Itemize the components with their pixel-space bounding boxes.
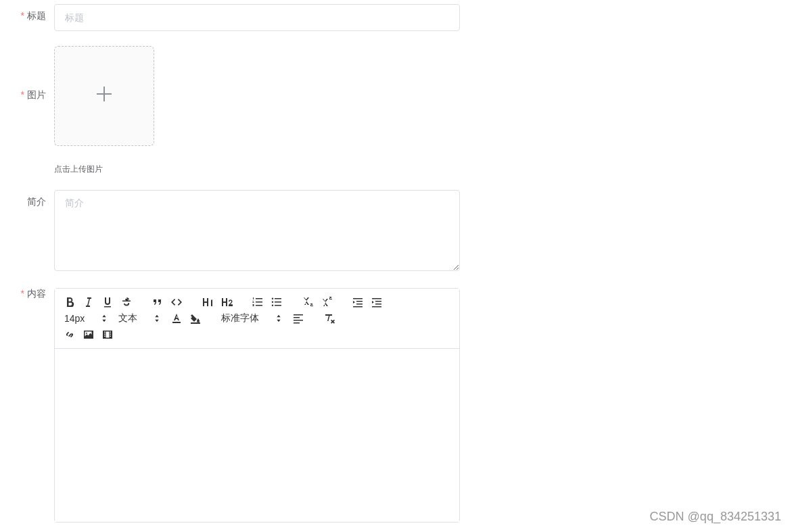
summary-row: 简介 (0, 190, 792, 273)
caret-icon (154, 313, 160, 324)
caret-icon (275, 313, 282, 324)
unordered-list-button[interactable] (269, 294, 285, 310)
svg-point-0 (272, 298, 273, 299)
svg-point-2 (272, 305, 273, 306)
h2-button[interactable] (218, 294, 235, 310)
summary-input[interactable] (54, 190, 460, 271)
font-size-label: 14px (64, 313, 85, 324)
link-button[interactable] (62, 327, 78, 343)
title-label: 标题 (0, 4, 54, 22)
video-button[interactable] (99, 327, 116, 343)
underline-button[interactable] (99, 294, 116, 310)
content-row: 内容 (0, 288, 792, 523)
italic-button[interactable] (80, 294, 97, 310)
font-color-button[interactable] (168, 310, 185, 327)
align-button[interactable] (290, 310, 306, 327)
image-button[interactable] (80, 327, 97, 343)
svg-rect-4 (191, 322, 200, 324)
font-family-select[interactable]: 标准字体 (218, 312, 285, 324)
summary-control (54, 190, 460, 273)
content-control: 14px 文本 标准字体 (54, 288, 460, 523)
code-button[interactable] (168, 294, 185, 310)
clear-format-button[interactable] (321, 310, 337, 327)
editor: 14px 文本 标准字体 (54, 288, 460, 523)
bg-color-button[interactable] (187, 310, 204, 327)
h1-button[interactable] (200, 294, 216, 310)
text-type-select[interactable]: 文本 (116, 312, 163, 324)
plus-icon (95, 84, 114, 108)
image-label: 图片 (0, 46, 54, 101)
svg-point-1 (272, 301, 273, 303)
svg-rect-3 (172, 322, 181, 323)
title-row: 标题 (0, 4, 792, 31)
image-row: 图片 点击上传图片 (0, 46, 792, 175)
outdent-button[interactable] (350, 294, 366, 310)
summary-label: 简介 (0, 190, 54, 208)
bold-button[interactable] (62, 294, 78, 310)
subscript-button[interactable] (300, 294, 316, 310)
superscript-button[interactable] (319, 294, 335, 310)
title-input[interactable] (54, 4, 460, 31)
font-size-select[interactable]: 14px (62, 313, 110, 324)
image-upload-box[interactable] (54, 46, 154, 146)
content-label: 内容 (0, 288, 54, 300)
watermark: CSDN @qq_834251331 (650, 510, 781, 524)
caret-icon (101, 313, 108, 324)
quote-button[interactable] (149, 294, 166, 310)
image-upload-hint: 点击上传图片 (54, 164, 460, 175)
image-control: 点击上传图片 (54, 46, 460, 175)
font-family-label: 标准字体 (221, 312, 259, 324)
editor-content[interactable] (55, 349, 459, 522)
editor-toolbar: 14px 文本 标准字体 (55, 289, 459, 349)
indent-button[interactable] (369, 294, 385, 310)
title-control (54, 4, 460, 31)
strike-button[interactable] (118, 294, 135, 310)
text-type-label: 文本 (118, 312, 137, 324)
ordered-list-button[interactable] (250, 294, 266, 310)
